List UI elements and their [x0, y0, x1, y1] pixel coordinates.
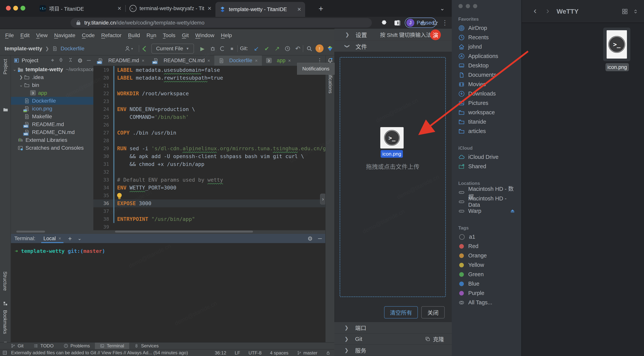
menu-code[interactable]: Code: [78, 32, 98, 38]
sidebar-item-movies[interactable]: Movies: [458, 80, 518, 89]
terminal-settings-gear-icon[interactable]: ⚙: [308, 235, 312, 242]
structure-icon[interactable]: [3, 301, 8, 306]
code-line-20[interactable]: 20LABEL metadata.rewritesubpath=true: [93, 74, 325, 82]
finder-forward-icon[interactable]: ›: [546, 5, 549, 16]
terminal-dropdown-chevron-icon[interactable]: ⌄: [78, 236, 82, 241]
terminal-minimize-icon[interactable]: ─: [318, 235, 322, 242]
code-line-37[interactable]: 37: [93, 207, 325, 215]
tree-item-makefile[interactable]: Makefile: [11, 113, 93, 120]
profiler-icon[interactable]: [218, 44, 226, 53]
code-line-22[interactable]: 22WORKDIR /root/workspace: [93, 90, 325, 97]
marketplace-gem-icon[interactable]: [326, 44, 334, 53]
tree-item-readme-cn-md[interactable]: MDREADME_CN.md: [11, 128, 93, 136]
sidebar-item-orange[interactable]: Orange: [458, 251, 518, 260]
menu-window[interactable]: Window: [192, 32, 218, 38]
editor-hscrollbar[interactable]: [115, 231, 253, 233]
git-commit-icon[interactable]: ✔: [262, 44, 271, 53]
grid-view-icon[interactable]: [622, 8, 628, 15]
code-line-23[interactable]: 23: [93, 97, 325, 105]
finder-close-button[interactable]: [458, 4, 463, 8]
sidebar-toggle-icon[interactable]: [394, 19, 400, 26]
sidebar-item-desktop[interactable]: Desktop: [458, 61, 518, 70]
breadcrumb-file[interactable]: Dockerfile: [60, 45, 84, 52]
tree-item-dockerfile[interactable]: Dockerfile: [11, 97, 93, 105]
section-服务[interactable]: ❯服务: [334, 345, 452, 356]
tree-item-app[interactable]: ❯app: [11, 89, 93, 97]
code-line-36[interactable]: 36EXPOSE 3000: [93, 199, 325, 207]
sidebar-item-green[interactable]: Green: [458, 270, 518, 279]
sidebar-item-shared[interactable]: Shared: [458, 162, 518, 171]
finder-file-icon-png[interactable]: >_: [606, 30, 627, 59]
tab-close-icon[interactable]: ×: [208, 58, 210, 63]
tree-item-template-wetty[interactable]: ⌄template-wetty~/workspace: [11, 65, 93, 73]
tab-search-chevron-icon[interactable]: ⌄: [440, 5, 445, 12]
toolwindow-services[interactable]: Services: [129, 343, 164, 349]
sidebar-item-johnd[interactable]: johnd: [458, 42, 518, 51]
sidebar-item-purple[interactable]: Purple: [458, 288, 518, 298]
tree-item-readme-md[interactable]: MDREADME.md: [11, 120, 93, 128]
tree-item-external-libraries[interactable]: External Libraries: [11, 136, 93, 144]
status-indent-config[interactable]: 4 spaces: [270, 350, 288, 356]
history-clock-icon[interactable]: [283, 44, 292, 53]
collapse-all-icon[interactable]: [68, 57, 73, 63]
search-icon[interactable]: [305, 44, 314, 53]
browser-tab[interactable]: ‹t›项目 - TitanIDE✕: [36, 0, 125, 17]
finder-minimize-button[interactable]: [466, 4, 470, 8]
editor-tab-app[interactable]: ❯app×: [262, 55, 295, 66]
tab-close-icon[interactable]: ✕: [117, 5, 122, 11]
tree-item--idea[interactable]: ❯.idea: [11, 73, 93, 81]
sidebar-item-workspace[interactable]: workspace: [458, 108, 518, 117]
demo-badge[interactable]: 演: [430, 29, 441, 40]
sidebar-item-all-tags-[interactable]: All Tags...: [458, 298, 518, 307]
breadcrumb-project[interactable]: template-wetty: [4, 45, 42, 52]
sidebar-item-articles[interactable]: articles: [458, 127, 518, 136]
sidebar-item-downloads[interactable]: Downloads: [458, 89, 518, 98]
sidebar-item-pictures[interactable]: Pictures: [458, 98, 518, 108]
sidebar-item-titanide[interactable]: titanide: [458, 117, 518, 127]
code-editor[interactable]: 19LABEL metadata.usesubdomain=false20LAB…: [93, 66, 325, 230]
uploaded-file-thumbnail[interactable]: >_: [380, 127, 404, 149]
tab-close-icon[interactable]: ×: [288, 58, 291, 63]
terminal-tab-local[interactable]: Local ×: [44, 234, 61, 243]
locate-icon[interactable]: ⌖: [51, 57, 54, 64]
new-tab-button[interactable]: +: [318, 4, 323, 13]
sidebar-item-blue[interactable]: Blue: [458, 279, 518, 288]
code-line-31[interactable]: 31 && chmod +x /usr/bin/app: [93, 160, 325, 168]
tree-chevron-icon[interactable]: ⌄: [18, 83, 24, 88]
sidebar-item-recents[interactable]: Recents: [458, 33, 518, 42]
run-config-select[interactable]: Current File ▼: [152, 44, 194, 54]
menu-edit[interactable]: Edit: [17, 32, 33, 38]
editor-tab-dockerfile[interactable]: Dockerfile×: [214, 55, 262, 66]
sidebar-item-yellow[interactable]: Yellow: [458, 260, 518, 270]
menu-navigate[interactable]: Navigate: [51, 32, 79, 38]
stop-button[interactable]: ■: [228, 44, 236, 53]
project-folder-icon[interactable]: [2, 107, 8, 113]
tree-chevron-icon[interactable]: ❯: [18, 75, 24, 80]
browser-tab[interactable]: template-wetty - TitanIDE✕: [216, 2, 305, 17]
tree-chevron-icon[interactable]: ⌄: [12, 67, 18, 72]
status-grid-icon[interactable]: [2, 350, 7, 355]
clear-all-button[interactable]: 清空所有: [384, 306, 418, 319]
section-Git[interactable]: ❯Git克隆: [334, 333, 452, 345]
menu-git[interactable]: Git: [179, 32, 192, 38]
code-line-27[interactable]: 27COPY ./bin /usr/bin: [93, 129, 325, 137]
code-line-24[interactable]: 24ENV NODE_ENV=production \: [93, 105, 325, 113]
user-icon[interactable]: ▾: [124, 44, 133, 53]
file-upload-dropzone[interactable]: [340, 57, 446, 297]
browser-menu-dots-icon[interactable]: ⋮: [442, 19, 448, 26]
tree-item-icon-png[interactable]: icon.png: [11, 105, 93, 113]
toolwindow-problems[interactable]: Problems: [59, 343, 95, 349]
code-line-21[interactable]: 21: [93, 82, 325, 90]
sort-chevrons-icon[interactable]: [632, 8, 639, 14]
code-line-38[interactable]: 38ENTRYPOINT "/usr/bin/app": [93, 215, 325, 223]
section-端口[interactable]: ❯端口: [334, 322, 452, 333]
editor-tab-readme-md[interactable]: MDREADME.md×: [93, 55, 149, 66]
files-section-header[interactable]: ❯ 文件: [334, 41, 452, 52]
status-caret-position[interactable]: 36:12: [215, 350, 226, 356]
code-line-25[interactable]: 25 COMMAND='/bin/bash': [93, 113, 325, 121]
git-push-icon[interactable]: ↗: [273, 44, 281, 53]
stripe-bookmarks-tab[interactable]: Bookmarks: [2, 310, 8, 334]
menu-tools[interactable]: Tools: [160, 32, 179, 38]
code-line-19[interactable]: 19LABEL metadata.usesubdomain=false: [93, 66, 325, 74]
sidebar-item-macintosh-hd-data[interactable]: Macintosh HD - Data: [458, 197, 518, 206]
